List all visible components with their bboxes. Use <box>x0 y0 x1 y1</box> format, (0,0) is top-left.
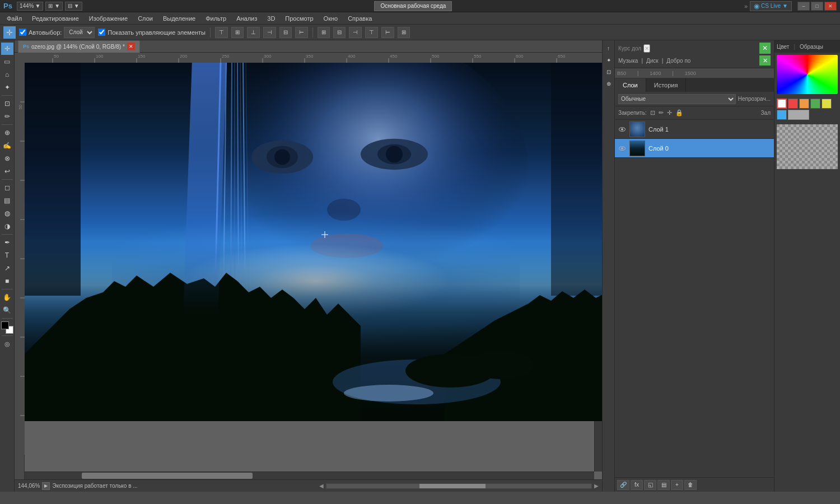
h-scroll-thumb[interactable] <box>419 484 486 488</box>
shape-tool[interactable]: ■ <box>1 275 13 287</box>
menu-window[interactable]: Окно <box>319 12 343 24</box>
text-tool[interactable]: T <box>1 249 13 262</box>
auto-align-btn[interactable]: ⊞ <box>398 27 410 38</box>
menu-image[interactable]: Изображение <box>85 12 132 24</box>
layer0-visibility[interactable] <box>618 144 626 152</box>
align-v-center-btn[interactable]: ⊞ <box>231 27 244 38</box>
rv-tool1[interactable]: ↑ <box>604 43 614 54</box>
layer-delete-btn[interactable]: 🗑 <box>684 480 697 490</box>
autoselect-select[interactable]: Слой <box>64 27 95 38</box>
green-x-btn[interactable]: ✕ <box>759 43 771 54</box>
layer-item-1[interactable]: Слой 1 <box>615 120 774 139</box>
path-select-tool[interactable]: ↗ <box>1 262 13 274</box>
swatch-gray-wide[interactable] <box>788 110 809 120</box>
align-left-btn[interactable]: ⊣ <box>263 27 276 38</box>
welcome-link[interactable]: Добро по <box>666 58 690 64</box>
menu-view[interactable]: Просмотр <box>281 12 318 24</box>
layer-item-0[interactable]: Слой 0 <box>615 139 774 158</box>
swatch-orange[interactable] <box>799 99 809 109</box>
menu-file[interactable]: Файл <box>2 12 26 24</box>
swatch-red[interactable] <box>788 99 798 109</box>
magic-wand-tool[interactable]: ✦ <box>1 81 13 94</box>
layer-fx-btn[interactable]: fx <box>631 480 643 490</box>
extra-btn[interactable]: ⊟ ▼ <box>65 2 82 11</box>
status-arrow-left[interactable]: ◀ <box>319 483 324 489</box>
swatch-yellow[interactable] <box>822 99 832 109</box>
lock-all-icon[interactable]: 🔒 <box>675 109 683 116</box>
history-brush-tool[interactable]: ↩ <box>1 165 13 178</box>
fg-color[interactable] <box>1 321 9 329</box>
show-controls-checkbox[interactable] <box>98 29 105 36</box>
doc-tab-item[interactable]: Ps ozero.jpg @ 144% (Слой 0, RGB/8) * ✕ <box>18 40 140 53</box>
rv-tool3[interactable]: ⊡ <box>604 66 614 77</box>
move-tool-options[interactable]: ✛ <box>3 26 16 39</box>
eyedropper-tool[interactable]: ✏ <box>1 110 13 123</box>
swatches-tab[interactable]: Образцы <box>800 44 823 50</box>
zoom-tool[interactable]: 🔍 <box>1 304 13 316</box>
distribute-center-btn[interactable]: ⊤ <box>365 27 378 38</box>
h-scrollbar[interactable] <box>326 483 592 489</box>
canvas-scroll-h[interactable] <box>25 472 594 479</box>
hand-tool[interactable]: ✋ <box>1 291 13 304</box>
layer-mask-btn[interactable]: ◱ <box>644 480 656 490</box>
swatch-selected[interactable] <box>777 99 787 109</box>
color-wheel[interactable] <box>777 55 838 94</box>
screen-mode-btn[interactable]: ⊞ ▼ <box>45 2 63 11</box>
menu-filter[interactable]: Фильтр <box>201 12 231 24</box>
cslive-btn[interactable]: ◉ CS Live ▼ <box>750 1 792 11</box>
crop-tool[interactable]: ⊡ <box>1 97 13 110</box>
spot-heal-tool[interactable]: ⊕ <box>1 127 13 139</box>
align-right-btn[interactable]: ⊢ <box>295 27 308 38</box>
disk-link[interactable]: Диск <box>646 58 659 64</box>
dodge-tool[interactable]: ◑ <box>1 220 13 232</box>
doc-tab-close-btn[interactable]: ✕ <box>127 43 135 50</box>
close-btn[interactable]: ✕ <box>824 2 837 11</box>
distribute-v-btn[interactable]: ⊟ <box>333 27 346 38</box>
lock-move-icon[interactable]: ✛ <box>667 109 672 116</box>
clone-tool[interactable]: ⊗ <box>1 152 13 165</box>
eraser-tool[interactable]: ◻ <box>1 181 13 194</box>
green-close-btn[interactable]: ✕ <box>759 55 771 66</box>
lock-transparent-icon[interactable]: ⊡ <box>650 109 655 116</box>
layer1-visibility[interactable] <box>618 125 626 133</box>
minimize-btn[interactable]: – <box>797 2 810 11</box>
blend-mode-select[interactable]: Обычные <box>618 94 736 104</box>
zoom-select[interactable]: 144% ▼ <box>17 2 43 11</box>
blur-tool[interactable]: ◍ <box>1 207 13 220</box>
music-link[interactable]: Музыка <box>618 58 638 64</box>
canvas-image[interactable] <box>25 63 602 421</box>
brush-tool[interactable]: ✍ <box>1 139 13 152</box>
fg-bg-colors[interactable] <box>1 321 13 334</box>
swatch-green1[interactable] <box>810 99 820 109</box>
rv-tool2[interactable]: ✦ <box>604 54 614 66</box>
swatch-blue1[interactable] <box>777 110 787 120</box>
lock-paint-icon[interactable]: ✏ <box>659 109 664 116</box>
color-tab[interactable]: Цвет <box>777 44 789 50</box>
layer-new-btn[interactable]: + <box>671 480 683 490</box>
workspace-btn[interactable]: Основная рабочая среда <box>374 1 452 11</box>
tab-history[interactable]: История <box>646 78 687 92</box>
align-top-btn[interactable]: ⊤ <box>215 27 228 38</box>
menu-analyze[interactable]: Анализ <box>232 12 262 24</box>
align-bottom-btn[interactable]: ⊥ <box>247 27 260 38</box>
rv-tool4[interactable]: ⊕ <box>604 78 614 89</box>
gradient-tool[interactable]: ▤ <box>1 194 13 207</box>
menu-edit[interactable]: Редактирование <box>27 12 83 24</box>
menu-layers[interactable]: Слои <box>133 12 157 24</box>
menu-3d[interactable]: 3D <box>263 12 279 24</box>
distribute-right-btn[interactable]: ⊢ <box>381 27 394 38</box>
move-tool[interactable]: ✛ <box>1 43 13 55</box>
restore-btn[interactable]: □ <box>811 2 823 11</box>
pen-tool[interactable]: ✒ <box>1 236 13 249</box>
menu-help[interactable]: Справка <box>343 12 376 24</box>
distribute-btn[interactable]: ⊞ <box>318 27 330 38</box>
rect-select-tool[interactable]: ▭ <box>1 55 13 68</box>
layer-link-btn[interactable]: 🔗 <box>617 480 629 490</box>
lasso-tool[interactable]: ⌂ <box>1 68 13 81</box>
status-arrow-right[interactable]: ▶ <box>594 483 599 489</box>
quick-mask-btn[interactable]: ◎ <box>1 338 13 350</box>
menu-select[interactable]: Выделение <box>158 12 200 24</box>
align-h-center-btn[interactable]: ⊟ <box>279 27 292 38</box>
autoselect-checkbox[interactable] <box>19 29 26 36</box>
course-close-btn[interactable]: ✕ <box>643 44 650 53</box>
